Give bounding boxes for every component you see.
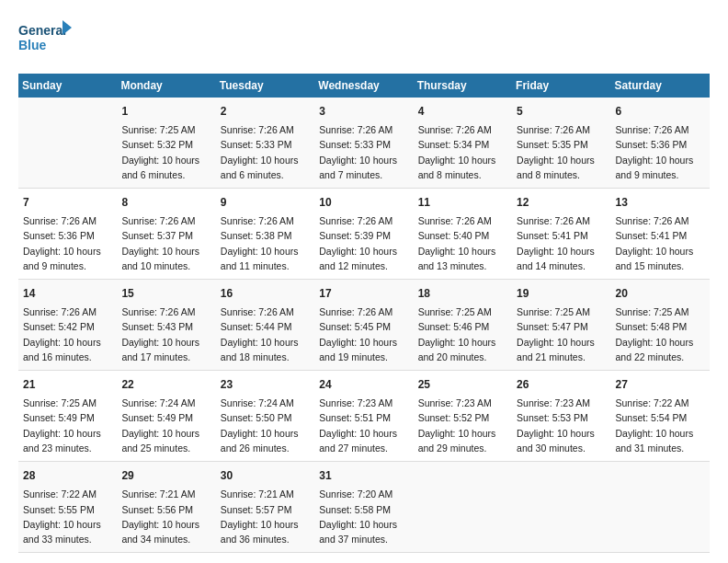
day-content: Sunrise: 7:24 AM Sunset: 5:49 PM Dayligh… [121,396,210,455]
calendar-cell: 8Sunrise: 7:26 AM Sunset: 5:37 PM Daylig… [117,189,215,280]
day-number: 9 [221,194,310,211]
day-header-friday: Friday [512,74,610,98]
calendar-cell [611,462,710,553]
calendar-cell: 25Sunrise: 7:23 AM Sunset: 5:52 PM Dayli… [414,371,512,462]
day-content: Sunrise: 7:22 AM Sunset: 5:54 PM Dayligh… [616,396,705,455]
day-number: 31 [319,467,408,484]
calendar-cell: 21Sunrise: 7:25 AM Sunset: 5:49 PM Dayli… [18,371,117,462]
day-content: Sunrise: 7:26 AM Sunset: 5:41 PM Dayligh… [616,213,705,273]
day-content: Sunrise: 7:25 AM Sunset: 5:49 PM Dayligh… [23,396,112,455]
day-header-sunday: Sunday [18,74,117,98]
day-number: 15 [121,285,210,302]
day-number: 18 [418,285,507,302]
calendar-cell: 27Sunrise: 7:22 AM Sunset: 5:54 PM Dayli… [611,371,710,462]
day-header-saturday: Saturday [611,74,710,98]
day-content: Sunrise: 7:26 AM Sunset: 5:38 PM Dayligh… [221,213,310,273]
calendar-cell: 31Sunrise: 7:20 AM Sunset: 5:58 PM Dayli… [314,462,413,553]
calendar-table: SundayMondayTuesdayWednesdayThursdayFrid… [18,74,710,553]
day-header-thursday: Thursday [414,74,512,98]
day-number: 3 [319,103,408,120]
day-number: 2 [221,103,310,120]
day-content: Sunrise: 7:25 AM Sunset: 5:48 PM Dayligh… [616,304,705,364]
calendar-cell: 17Sunrise: 7:26 AM Sunset: 5:45 PM Dayli… [314,280,413,371]
day-content: Sunrise: 7:26 AM Sunset: 5:42 PM Dayligh… [23,304,112,364]
calendar-cell: 18Sunrise: 7:25 AM Sunset: 5:46 PM Dayli… [414,280,512,371]
calendar-cell: 10Sunrise: 7:26 AM Sunset: 5:39 PM Dayli… [314,189,413,280]
day-number: 11 [418,194,507,211]
day-number: 17 [319,285,408,302]
day-content: Sunrise: 7:26 AM Sunset: 5:40 PM Dayligh… [418,213,507,273]
calendar-cell: 24Sunrise: 7:23 AM Sunset: 5:51 PM Dayli… [314,371,413,462]
day-content: Sunrise: 7:22 AM Sunset: 5:55 PM Dayligh… [23,487,112,546]
week-row-1: 1Sunrise: 7:25 AM Sunset: 5:32 PM Daylig… [18,98,710,189]
calendar-cell: 4Sunrise: 7:26 AM Sunset: 5:34 PM Daylig… [414,98,512,189]
logo: GeneralBlue [18,18,74,55]
day-number: 19 [517,285,606,302]
day-header-monday: Monday [117,74,215,98]
calendar-cell: 2Sunrise: 7:26 AM Sunset: 5:33 PM Daylig… [216,98,314,189]
week-row-3: 14Sunrise: 7:26 AM Sunset: 5:42 PM Dayli… [18,280,710,371]
day-content: Sunrise: 7:23 AM Sunset: 5:53 PM Dayligh… [517,396,606,455]
day-content: Sunrise: 7:26 AM Sunset: 5:45 PM Dayligh… [319,304,408,364]
day-number: 5 [517,103,606,120]
day-number: 27 [616,376,705,393]
day-number: 30 [221,467,310,484]
day-header-wednesday: Wednesday [314,74,413,98]
calendar-cell: 3Sunrise: 7:26 AM Sunset: 5:33 PM Daylig… [314,98,413,189]
svg-marker-2 [63,20,72,35]
calendar-cell: 7Sunrise: 7:26 AM Sunset: 5:36 PM Daylig… [18,189,117,280]
day-number: 12 [517,194,606,211]
day-content: Sunrise: 7:26 AM Sunset: 5:35 PM Dayligh… [517,122,606,182]
calendar-cell: 19Sunrise: 7:25 AM Sunset: 5:47 PM Dayli… [512,280,610,371]
day-content: Sunrise: 7:26 AM Sunset: 5:36 PM Dayligh… [616,122,705,182]
day-number: 24 [319,376,408,393]
day-number: 23 [221,376,310,393]
calendar-cell: 20Sunrise: 7:25 AM Sunset: 5:48 PM Dayli… [611,280,710,371]
day-content: Sunrise: 7:26 AM Sunset: 5:44 PM Dayligh… [221,304,310,364]
day-header-tuesday: Tuesday [216,74,314,98]
calendar-cell: 9Sunrise: 7:26 AM Sunset: 5:38 PM Daylig… [216,189,314,280]
calendar-cell [18,98,117,189]
calendar-cell [512,462,610,553]
calendar-cell: 15Sunrise: 7:26 AM Sunset: 5:43 PM Dayli… [117,280,215,371]
day-number: 6 [616,103,705,120]
day-content: Sunrise: 7:23 AM Sunset: 5:52 PM Dayligh… [418,396,507,455]
day-number: 8 [121,194,210,211]
calendar-cell: 22Sunrise: 7:24 AM Sunset: 5:49 PM Dayli… [117,371,215,462]
day-content: Sunrise: 7:26 AM Sunset: 5:37 PM Dayligh… [121,213,210,273]
day-number: 4 [418,103,507,120]
day-number: 20 [616,285,705,302]
day-number: 16 [221,285,310,302]
svg-text:General: General [18,23,66,38]
day-number: 10 [319,194,408,211]
day-content: Sunrise: 7:20 AM Sunset: 5:58 PM Dayligh… [319,487,408,546]
day-content: Sunrise: 7:26 AM Sunset: 5:33 PM Dayligh… [319,122,408,182]
day-content: Sunrise: 7:23 AM Sunset: 5:51 PM Dayligh… [319,396,408,455]
day-number: 7 [23,194,112,211]
calendar-cell: 16Sunrise: 7:26 AM Sunset: 5:44 PM Dayli… [216,280,314,371]
day-number: 25 [418,376,507,393]
day-content: Sunrise: 7:25 AM Sunset: 5:32 PM Dayligh… [121,122,210,182]
svg-text:Blue: Blue [18,38,47,52]
logo-svg: GeneralBlue [18,18,74,55]
calendar-cell: 23Sunrise: 7:24 AM Sunset: 5:50 PM Dayli… [216,371,314,462]
day-number: 1 [121,103,210,120]
week-row-5: 28Sunrise: 7:22 AM Sunset: 5:55 PM Dayli… [18,462,710,553]
calendar-cell: 26Sunrise: 7:23 AM Sunset: 5:53 PM Dayli… [512,371,610,462]
day-number: 13 [616,194,705,211]
day-content: Sunrise: 7:26 AM Sunset: 5:39 PM Dayligh… [319,213,408,273]
day-content: Sunrise: 7:26 AM Sunset: 5:33 PM Dayligh… [221,122,310,182]
calendar-cell: 28Sunrise: 7:22 AM Sunset: 5:55 PM Dayli… [18,462,117,553]
day-number: 14 [23,285,112,302]
calendar-cell: 29Sunrise: 7:21 AM Sunset: 5:56 PM Dayli… [117,462,215,553]
calendar-cell: 11Sunrise: 7:26 AM Sunset: 5:40 PM Dayli… [414,189,512,280]
header-row: SundayMondayTuesdayWednesdayThursdayFrid… [18,74,710,98]
day-content: Sunrise: 7:26 AM Sunset: 5:34 PM Dayligh… [418,122,507,182]
calendar-cell: 12Sunrise: 7:26 AM Sunset: 5:41 PM Dayli… [512,189,610,280]
day-content: Sunrise: 7:26 AM Sunset: 5:41 PM Dayligh… [517,213,606,273]
day-content: Sunrise: 7:25 AM Sunset: 5:46 PM Dayligh… [418,304,507,364]
week-row-4: 21Sunrise: 7:25 AM Sunset: 5:49 PM Dayli… [18,371,710,462]
day-content: Sunrise: 7:21 AM Sunset: 5:57 PM Dayligh… [221,487,310,546]
day-number: 28 [23,467,112,484]
day-number: 29 [121,467,210,484]
